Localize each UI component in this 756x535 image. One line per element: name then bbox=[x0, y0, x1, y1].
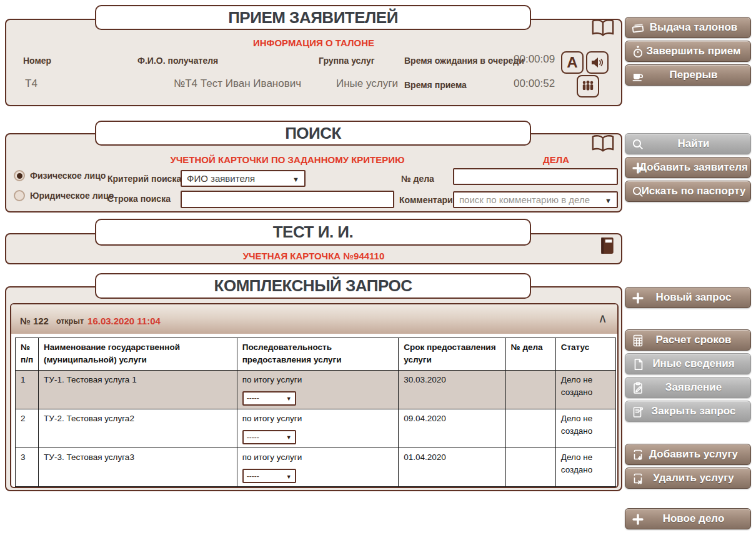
search-icon bbox=[631, 185, 645, 199]
services-table: № п/п Наименование государственной (муни… bbox=[15, 338, 616, 487]
fio-column-label: Ф.И.О. получателя bbox=[137, 56, 218, 66]
complex-request-panel: № 122 открыт 16.03.2020 11:04 № п/п Наим… bbox=[5, 286, 622, 491]
applicant-card-title: ТЕСТ И. И. bbox=[95, 219, 531, 246]
application-button[interactable]: Заявление bbox=[625, 377, 751, 398]
document-icon bbox=[631, 358, 645, 371]
reception-time-value: 00:00:52 bbox=[514, 78, 555, 90]
deadline-date: 01.04.2020 bbox=[399, 448, 505, 487]
add-service-button[interactable]: Добавить услугу bbox=[625, 444, 751, 465]
caret-down-icon bbox=[286, 392, 292, 404]
opened-datetime: 16.03.2020 11:04 bbox=[87, 316, 161, 326]
caret-down-icon bbox=[286, 431, 292, 443]
reception-title: ПРИЕМ ЗАЯВИТЕЛЕЙ bbox=[95, 5, 531, 30]
status-cell: Дело не создано bbox=[555, 409, 615, 448]
search-title-text: ПОИСК bbox=[285, 124, 341, 143]
clipboard-plus-icon bbox=[631, 448, 645, 462]
queue-people-button[interactable] bbox=[577, 75, 599, 98]
plus-icon bbox=[631, 291, 645, 305]
clipboard-x-icon bbox=[631, 472, 645, 486]
other-info-button[interactable]: Иные сведения bbox=[625, 353, 751, 374]
plus-icon bbox=[631, 161, 645, 175]
deadline-date: 30.03.2020 bbox=[399, 370, 505, 409]
issue-tickets-button[interactable]: Выдача талонов bbox=[625, 17, 751, 38]
finish-reception-button[interactable]: Завершить прием bbox=[625, 41, 751, 62]
col-header-case: № дела bbox=[505, 338, 555, 371]
col-header-name: Наименование государственной (муниципаль… bbox=[39, 338, 237, 371]
search-query-input[interactable] bbox=[181, 191, 394, 208]
caret-down-icon bbox=[292, 173, 299, 184]
clipboard-pencil-icon bbox=[631, 381, 645, 395]
case-number-input[interactable] bbox=[453, 168, 618, 185]
cases-subtitle: ДЕЛА bbox=[500, 154, 612, 165]
comment-label: Комментарий bbox=[399, 195, 458, 205]
plus-icon bbox=[631, 512, 645, 526]
sequence-text: по итогу услуги bbox=[242, 451, 394, 464]
people-icon bbox=[581, 80, 595, 92]
radio-unselected-icon bbox=[14, 190, 25, 201]
sequence-select[interactable]: ----- bbox=[242, 469, 296, 483]
ticket-info-subtitle: ИНФОРМАЦИЯ О ТАЛОНЕ bbox=[6, 38, 621, 48]
query-label: Строка поиска bbox=[107, 194, 171, 204]
reception-time-label: Время приема bbox=[404, 80, 467, 90]
group-column-label: Группа услуг bbox=[319, 56, 375, 66]
col-header-deadline: Срок предоставления услуги bbox=[399, 338, 505, 371]
page-title: ПРИЕМ ЗАЯВИТЕЛЕЙ bbox=[228, 8, 398, 28]
complex-request-title: КОМПЛЕКСНЫЙ ЗАПРОС bbox=[95, 273, 531, 299]
col-header-num: № п/п bbox=[16, 338, 39, 371]
clipboard-edit-icon bbox=[631, 405, 645, 419]
collapse-chevron-icon[interactable] bbox=[598, 311, 607, 326]
search-criteria-subtitle: УЧЕТНОЙ КАРТОЧКИ ПО ЗАДАННОМУ КРИТЕРИЮ bbox=[94, 154, 481, 165]
sequence-text: по итогу услуги bbox=[242, 374, 394, 386]
criteria-select[interactable]: ФИО заявителя bbox=[181, 170, 306, 187]
reception-panel: ИНФОРМАЦИЯ О ТАЛОНЕ Номер Ф.И.О. получат… bbox=[5, 19, 622, 106]
search-by-passport-button[interactable]: Искать по паспорту bbox=[625, 181, 751, 202]
request-container: № 122 открыт 16.03.2020 11:04 № п/п Наим… bbox=[10, 303, 619, 488]
journal-open-book-icon[interactable] bbox=[591, 134, 615, 153]
close-request-button[interactable]: Закрыть запрос bbox=[625, 401, 751, 422]
number-column-label: Номер bbox=[23, 56, 51, 66]
card-number-subtitle: УЧЕТНАЯ КАРТОЧКА №944110 bbox=[6, 251, 621, 261]
caret-down-icon bbox=[286, 470, 292, 482]
find-button[interactable]: Найти bbox=[625, 133, 751, 154]
table-header-row: № п/п Наименование государственной (муни… bbox=[16, 338, 616, 371]
table-row[interactable]: 1 ТУ-1. Тестовая услуга 1 по итогу услуг… bbox=[16, 370, 616, 409]
criteria-label: Критерий поиска bbox=[107, 174, 181, 184]
individual-radio[interactable]: Физическое лицо bbox=[14, 170, 106, 181]
search-icon bbox=[631, 138, 645, 151]
application-window: ПРИЕМ ЗАЯВИТЕЛЕЙ ИНФОРМАЦИЯ О ТАЛОНЕ Ном… bbox=[0, 0, 756, 535]
request-header-bar[interactable]: № 122 открыт 16.03.2020 11:04 bbox=[11, 304, 617, 334]
call-sound-button[interactable] bbox=[586, 51, 609, 74]
search-title: ПОИСК bbox=[95, 121, 531, 146]
deadline-date: 09.04.2020 bbox=[399, 409, 505, 448]
announce-letter-button[interactable]: A bbox=[561, 51, 584, 74]
journal-open-book-icon[interactable] bbox=[591, 19, 615, 38]
ticket-number-value: Т4 bbox=[25, 78, 37, 90]
group-value: Иные услуги bbox=[336, 78, 398, 90]
request-number: № 122 bbox=[20, 316, 49, 326]
col-header-sequence: Последовательность предоставления услуги bbox=[237, 338, 399, 371]
applicant-name: ТЕСТ И. И. bbox=[273, 222, 354, 242]
caret-down-icon bbox=[605, 194, 612, 206]
table-row[interactable]: 2 ТУ-2. Тестовая услуга2 по итогу услуги… bbox=[16, 409, 616, 448]
fio-value: №Т4 Тест Иван Иванович bbox=[174, 78, 301, 90]
wait-time-value: 00:00:09 bbox=[514, 53, 555, 66]
new-request-button[interactable]: Новый запрос bbox=[625, 287, 751, 308]
letter-a-icon: A bbox=[567, 55, 577, 70]
legal-entity-radio[interactable]: Юридическое лицо bbox=[14, 190, 114, 201]
speaker-icon bbox=[590, 56, 604, 69]
opened-label: открыт bbox=[56, 317, 84, 326]
complex-request-title-text: КОМПЛЕКСНЫЙ ЗАПРОС bbox=[214, 276, 412, 296]
sequence-select[interactable]: ----- bbox=[242, 391, 296, 406]
remove-service-button[interactable]: Удалить услугу bbox=[625, 468, 751, 489]
col-header-status: Статус bbox=[555, 338, 615, 371]
coffee-cup-icon bbox=[631, 69, 645, 82]
sequence-select[interactable]: ----- bbox=[242, 430, 296, 444]
add-applicant-button[interactable]: Добавить заявителя bbox=[625, 157, 751, 178]
break-button[interactable]: Перерыв bbox=[625, 64, 751, 86]
stopwatch-icon bbox=[631, 45, 645, 59]
comment-select[interactable]: поиск по комментарию в деле bbox=[453, 191, 618, 208]
calculator-icon bbox=[631, 334, 645, 348]
table-row[interactable]: 3 ТУ-3. Тестовая услуга3 по итогу услуги… bbox=[16, 448, 616, 487]
new-case-button[interactable]: Новое дело bbox=[625, 508, 751, 529]
calc-terms-button[interactable]: Расчет сроков bbox=[625, 329, 751, 351]
